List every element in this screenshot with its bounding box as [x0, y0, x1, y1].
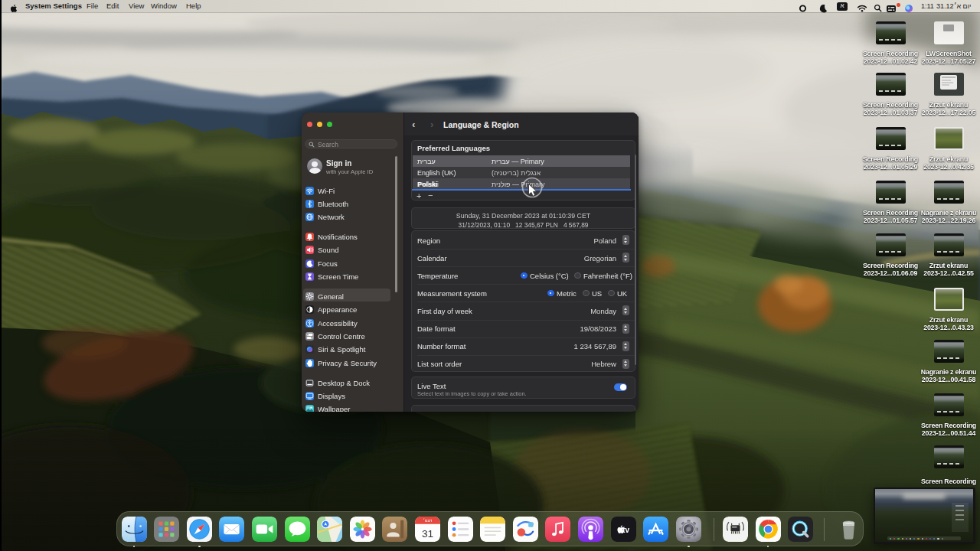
svg-text:31: 31	[422, 528, 433, 540]
svg-text:דצמ׳: דצמ׳	[423, 518, 432, 523]
svg-text:tv: tv	[622, 526, 629, 534]
